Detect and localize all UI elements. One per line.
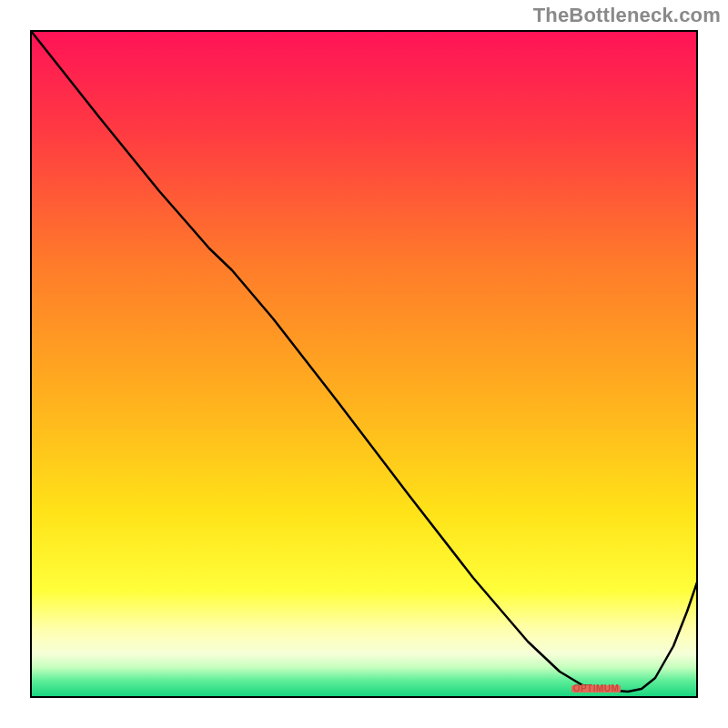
bottleneck-chart: OPTIMUM <box>0 0 728 728</box>
chart-stage: TheBottleneck.com OPTIMUM <box>0 0 728 728</box>
plot-background <box>31 31 697 697</box>
optimum-label: OPTIMUM <box>573 683 620 693</box>
